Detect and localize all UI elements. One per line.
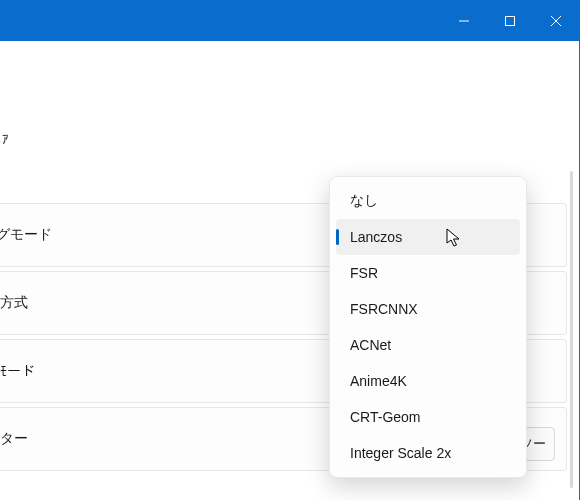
menu-item-label: FSR (350, 265, 378, 281)
close-icon (550, 15, 562, 27)
scrollbar[interactable] (570, 171, 573, 488)
minimize-icon (458, 15, 470, 27)
setting-label: ﾓード (0, 363, 35, 379)
menu-item-label: なし (350, 192, 378, 210)
app-window: ｱ グモード 方式 ﾓード ター ソー なし Lanczos FSR FSRCN… (0, 0, 580, 500)
menu-item-acnet[interactable]: ACNet (336, 327, 520, 363)
maximize-icon (504, 15, 516, 27)
menu-item-label: Integer Scale 2x (350, 445, 451, 461)
menu-item-fsrcnnx[interactable]: FSRCNNX (336, 291, 520, 327)
menu-item-label: ACNet (350, 337, 391, 353)
close-button[interactable] (533, 1, 579, 41)
maximize-button[interactable] (487, 1, 533, 41)
dropdown-menu: なし Lanczos FSR FSRCNNX ACNet Anime4K CRT… (329, 176, 527, 478)
menu-item-label: CRT-Geom (350, 409, 421, 425)
setting-label: ター (0, 430, 28, 448)
menu-item-fsr[interactable]: FSR (336, 255, 520, 291)
menu-item-label: Lanczos (350, 229, 402, 245)
menu-item-lanczos[interactable]: Lanczos (336, 219, 520, 255)
setting-label: グモード (0, 226, 52, 244)
menu-item-integer2x[interactable]: Integer Scale 2x (336, 435, 520, 471)
header-fragment: ｱ (2, 132, 9, 147)
menu-item-none[interactable]: なし (336, 183, 520, 219)
svg-rect-1 (506, 17, 515, 26)
titlebar (0, 1, 579, 41)
setting-label: 方式 (0, 294, 28, 312)
minimize-button[interactable] (441, 1, 487, 41)
content-area: ｱ グモード 方式 ﾓード ター ソー なし Lanczos FSR FSRCN… (0, 41, 579, 500)
menu-item-crtgeom[interactable]: CRT-Geom (336, 399, 520, 435)
menu-item-label: Anime4K (350, 373, 407, 389)
menu-item-anime4k[interactable]: Anime4K (336, 363, 520, 399)
menu-item-label: FSRCNNX (350, 301, 418, 317)
